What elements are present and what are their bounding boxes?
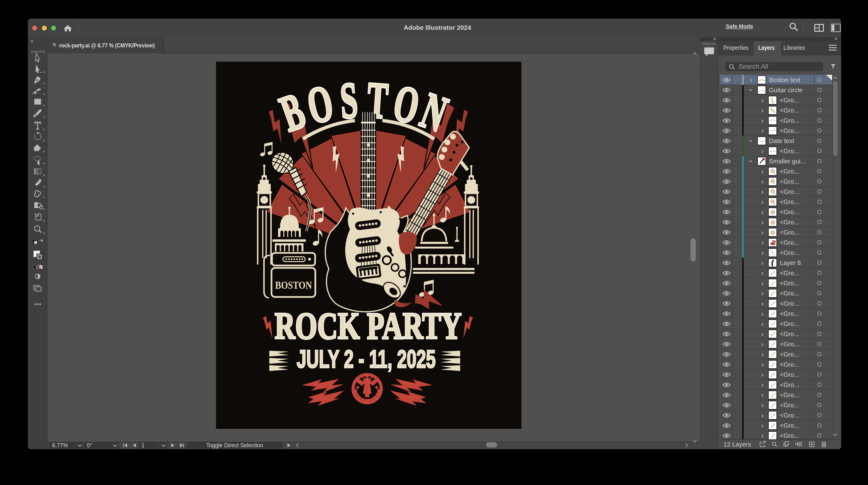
svg-text:ROCK PARTY: ROCK PARTY — [275, 305, 462, 347]
svg-text:BOSTON: BOSTON — [275, 279, 312, 291]
svg-text:JULY 2 - 11, 2025: JULY 2 - 11, 2025 — [297, 345, 436, 373]
